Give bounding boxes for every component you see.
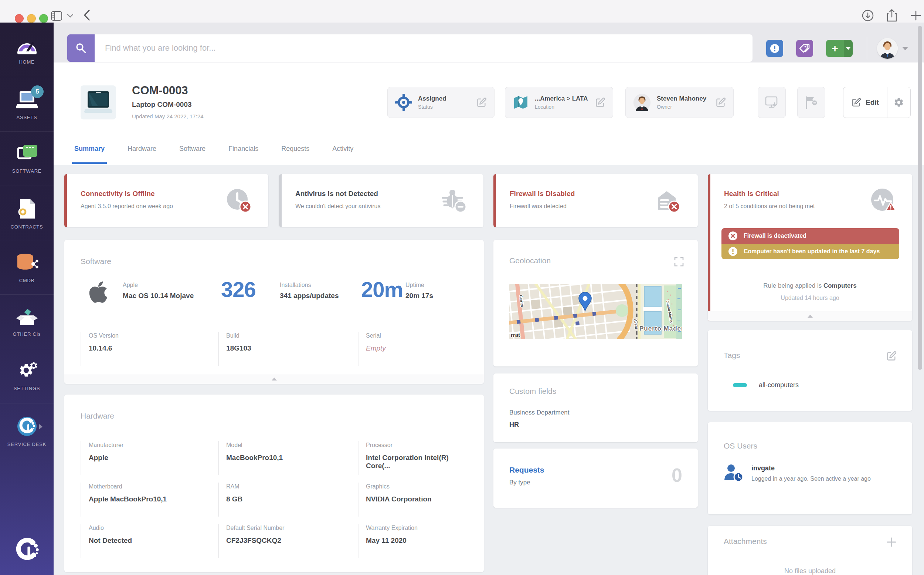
- edit-status-icon[interactable]: [476, 97, 487, 108]
- software-field: OS Version 10.14.6: [81, 332, 203, 366]
- new-tab-button[interactable]: [911, 10, 921, 21]
- global-search: [67, 34, 753, 62]
- fullscreen-expand-icon[interactable]: [674, 257, 684, 267]
- asset-settings-button[interactable]: [887, 87, 910, 118]
- titlebar-chevron-down-icon[interactable]: [67, 14, 73, 18]
- alert-severity-bar: [493, 174, 496, 227]
- health-card: Health is Critical 2 of 5 conditions are…: [708, 174, 912, 321]
- tab-summary[interactable]: Summary: [74, 145, 105, 159]
- owner-label: Owner: [657, 104, 706, 110]
- page-scrollbar[interactable]: [918, 26, 922, 370]
- sidebar-item-home[interactable]: HOME: [0, 22, 54, 77]
- tag-item[interactable]: all-computers: [733, 381, 799, 389]
- sidebar-item-contracts[interactable]: CONTRACTS: [0, 186, 54, 240]
- software-field: Build 18G103: [218, 332, 344, 366]
- sidebar-toggle-icon[interactable]: [51, 11, 62, 21]
- os-user-name: invgate: [751, 464, 775, 472]
- sidebar-item-service-desk[interactable]: SERVICE DESK: [0, 403, 54, 457]
- tab-software[interactable]: Software: [179, 145, 206, 159]
- sidebar-item-software[interactable]: SOFTWARE: [0, 131, 54, 186]
- hardware-card-title: Hardware: [81, 411, 114, 421]
- remote-session-button[interactable]: [758, 87, 786, 118]
- add-button[interactable]: +: [826, 40, 853, 57]
- tags-button[interactable]: [796, 40, 813, 57]
- health-rule-text: Rule being applied is Computers: [708, 282, 912, 289]
- database-icon: [16, 253, 38, 273]
- user-menu-chevron-icon[interactable]: [902, 47, 908, 50]
- service-desk-expand-arrow-icon[interactable]: [39, 424, 43, 429]
- info-icon: [770, 44, 780, 53]
- antivirus-alert-card: Antivirus is not Detected We couldn't de…: [279, 174, 483, 227]
- info-button[interactable]: [766, 40, 783, 57]
- window-minimize-button[interactable]: [27, 14, 36, 23]
- user-avatar[interactable]: [877, 38, 898, 59]
- status-chip[interactable]: Assigned Status: [387, 87, 494, 118]
- gauge-icon: [16, 35, 38, 54]
- sidebar-item-label: ASSETS: [16, 114, 37, 120]
- software-collapse-button[interactable]: [64, 374, 484, 384]
- sidebar-item-settings[interactable]: SETTINGS: [0, 349, 54, 403]
- search-button[interactable]: [67, 34, 95, 62]
- os-name-value: Mac OS 10.14 Mojave: [123, 292, 194, 300]
- downloads-button[interactable]: [862, 10, 874, 21]
- custom-field-label: Business Department: [509, 409, 569, 416]
- edit-location-icon[interactable]: [595, 97, 605, 108]
- edit-button-group: Edit: [843, 87, 911, 118]
- custom-fields-card: Custom fields Business Department HR: [493, 373, 698, 442]
- map-district-label: Puerto Madero: [639, 325, 682, 332]
- sidebar-item-assets[interactable]: 5 ASSETS: [0, 77, 54, 131]
- edit-tags-icon[interactable]: [886, 351, 897, 361]
- owner-chip[interactable]: Steven Mahoney Owner: [625, 87, 734, 118]
- add-dropdown-arrow-icon[interactable]: [844, 40, 853, 57]
- sidebar-item-other-cis[interactable]: OTHER CIs: [0, 294, 54, 349]
- tab-activity[interactable]: Activity: [332, 145, 353, 159]
- hardware-card: Hardware ManufacturerApple ModelMacBookP…: [64, 394, 484, 572]
- open-box-icon: [16, 307, 38, 327]
- software-card-title: Software: [81, 257, 111, 266]
- service-desk-logo-icon: [17, 416, 37, 437]
- geolocation-map[interactable]: Cerrito rrat Puerto Madero Juana Manso A…: [509, 284, 682, 339]
- sidebar-item-label: SOFTWARE: [12, 168, 42, 174]
- map-area-label: rrat: [511, 332, 520, 338]
- search-icon: [75, 43, 87, 54]
- alert-title: Firewall is Disabled: [510, 190, 575, 198]
- macos-titlebar: [0, 0, 924, 23]
- flag-button[interactable]: [797, 87, 825, 118]
- location-map-icon: [513, 94, 529, 111]
- add-attachment-icon[interactable]: [886, 537, 897, 547]
- edit-button[interactable]: Edit: [843, 87, 887, 118]
- alert-text: Firewall was detected: [510, 203, 567, 210]
- window-close-button[interactable]: [15, 14, 24, 23]
- asset-thumbnail: [81, 86, 116, 119]
- tag-color-icon: [733, 383, 747, 387]
- requests-card: Requests By type 0: [493, 448, 698, 508]
- software-windows-icon: [16, 144, 38, 164]
- tab-financials[interactable]: Financials: [228, 145, 258, 159]
- collapse-arrow-icon: [272, 378, 277, 381]
- sidebar-item-cmdb[interactable]: CMDB: [0, 240, 54, 294]
- tab-bar: Summary Hardware Software Financials Req…: [74, 145, 353, 159]
- window-zoom-button[interactable]: [39, 14, 48, 23]
- tab-requests[interactable]: Requests: [281, 145, 309, 159]
- health-title: Health is Critical: [724, 190, 779, 198]
- sidebar-item-label: HOME: [19, 59, 34, 65]
- status-value: Assigned: [418, 95, 447, 102]
- share-button[interactable]: [886, 9, 897, 22]
- search-input[interactable]: [95, 34, 753, 62]
- tab-hardware[interactable]: Hardware: [127, 145, 156, 159]
- asset-header: COM-0003 Laptop COM-0003 Updated May 24 …: [54, 62, 924, 165]
- location-chip[interactable]: ...America > LATA Location: [505, 87, 613, 118]
- back-button[interactable]: [84, 10, 90, 21]
- assets-count-badge: 5: [31, 86, 44, 98]
- health-collapse-button[interactable]: [708, 311, 912, 321]
- alert-text: We couldn't detect your antivirus: [295, 203, 380, 210]
- connectivity-alert-card: Connectivity is Offline Agent 3.5.0 repo…: [64, 174, 268, 227]
- hardware-field: Default Serial NumberCF2J3FSQCKQ2: [218, 524, 344, 558]
- gears-icon: [16, 362, 38, 381]
- tag-label: all-computers: [759, 381, 799, 389]
- edit-owner-icon[interactable]: [716, 97, 726, 108]
- asset-subtitle: Laptop COM-0003: [132, 100, 192, 109]
- invgate-logo: [0, 536, 54, 565]
- requests-link[interactable]: Requests: [509, 465, 544, 475]
- contract-icon: [17, 199, 37, 219]
